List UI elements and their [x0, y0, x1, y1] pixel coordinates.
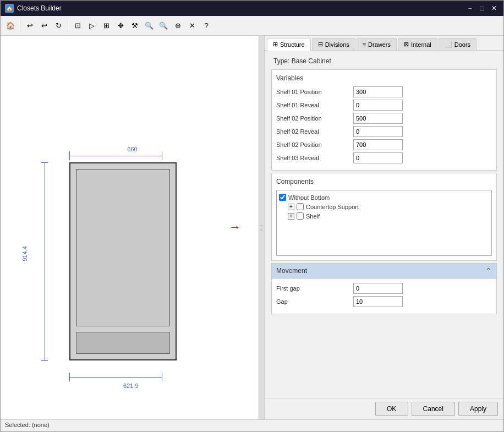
toolbar-undo2[interactable]: ↩ [37, 19, 51, 32]
toolbar-help[interactable]: ? [200, 19, 213, 32]
field-row-shelf02-rev: Shelf 02 Reveal [276, 126, 492, 137]
countertop-expand[interactable]: + [288, 204, 294, 210]
countertop-label: Countertop Support [306, 204, 359, 210]
movement-body: First gap Gap [272, 278, 496, 314]
shelf03-rev-label: Shelf 03 Reveal [276, 155, 353, 161]
field-row-shelf03-rev: Shelf 03 Reveal [276, 152, 492, 163]
dim-left-bottom-tick [41, 360, 48, 361]
toolbar-new[interactable]: 🏠 [4, 19, 17, 32]
first-gap-label: First gap [276, 285, 353, 292]
gap-label: Gap [276, 298, 353, 305]
shelf01-rev-label: Shelf 01 Reveal [276, 102, 353, 108]
toolbar-sep-2 [68, 20, 68, 31]
doors-tab-label: Doors [454, 41, 470, 48]
tree-item-without-bottom: Without Bottom [279, 193, 489, 202]
dim-top-line [69, 156, 162, 156]
arrow-shaft: → [229, 220, 241, 234]
components-list: Without Bottom + Countertop Support + [276, 190, 492, 256]
movement-first-gap-row: First gap [276, 283, 492, 294]
structure-tab-icon: ⊞ [273, 41, 278, 48]
tab-divisions[interactable]: ⊟ Divisions [312, 38, 355, 50]
canvas-drawing: 660 914.4 621.9 [1, 36, 264, 419]
tab-structure[interactable]: ⊞ Structure [267, 38, 311, 51]
tab-doors[interactable]: ⬜ Doors [439, 38, 476, 50]
titlebar-left: 🏠 Closets Builder [5, 4, 62, 13]
structure-tab-label: Structure [280, 41, 305, 48]
toolbar-cancel[interactable]: ✕ [185, 19, 199, 32]
toolbar-tool[interactable]: ⚒ [128, 19, 141, 32]
toolbar-zoom-in[interactable]: 🔍 [143, 19, 156, 32]
movement-header[interactable]: Movement ⌃ [272, 264, 496, 278]
cancel-button[interactable]: Cancel [412, 402, 455, 416]
without-bottom-label: Without Bottom [288, 194, 330, 201]
tree-item-shelf: + Shelf [279, 211, 489, 221]
right-panel: ⊞ Structure ⊟ Divisions ≡ Drawers ⊠ Inte… [265, 36, 503, 419]
minimize-button[interactable]: − [465, 3, 475, 13]
apply-button[interactable]: Apply [458, 402, 498, 416]
variables-title: Variables [276, 74, 492, 82]
countertop-checkbox[interactable] [297, 203, 304, 210]
app-icon: 🏠 [5, 4, 14, 13]
shelf02-rev-label: Shelf 02 Reveal [276, 128, 353, 135]
dim-bottom-line [69, 377, 162, 378]
titlebar-controls: − □ ✕ [465, 3, 499, 13]
canvas-area: ⋮⋮ 660 914.4 [1, 36, 265, 419]
toolbar-undo[interactable]: ↩ [23, 19, 36, 32]
components-section: Components Without Bottom + Countertop S… [271, 173, 497, 261]
movement-collapse-icon: ⌃ [485, 266, 492, 275]
movement-gap-row: Gap [276, 296, 492, 307]
dim-top-right-tick [162, 151, 162, 160]
arrow-indicator: → [229, 220, 241, 234]
dim-bottom-right-tick [162, 373, 162, 381]
maximize-button[interactable]: □ [477, 3, 487, 13]
toolbar-play[interactable]: ▷ [85, 19, 98, 32]
type-label: Type: Base Cabinet [269, 55, 499, 67]
tab-bar: ⊞ Structure ⊟ Divisions ≡ Drawers ⊠ Inte… [265, 36, 503, 51]
toolbar-select[interactable]: ⊡ [71, 19, 84, 32]
panel-content: Type: Base Cabinet Variables Shelf 01 Po… [265, 51, 503, 398]
dim-top-left-tick [69, 151, 70, 160]
dim-left-line [45, 162, 45, 360]
dim-top-label: 660 [127, 146, 137, 152]
tree-item-countertop: + Countertop Support [279, 202, 489, 211]
dim-bottom-left-tick [69, 373, 70, 381]
shelf02-pos-input[interactable] [353, 113, 403, 124]
toolbar: 🏠 ↩ ↩ ↻ ⊡ ▷ ⊞ ✥ ⚒ 🔍 🔍 ⊕ ✕ ? [1, 16, 503, 36]
shelf02-pos2-label: Shelf 02 Position [276, 141, 353, 148]
shelf02-pos2-input[interactable] [353, 139, 403, 150]
toolbar-zoom-out[interactable]: 🔍 [157, 19, 170, 32]
shelf02-rev-input[interactable] [353, 126, 403, 137]
movement-section: Movement ⌃ First gap Gap [271, 263, 497, 314]
bottom-bar: OK Cancel Apply [265, 398, 503, 419]
variables-section: Variables Shelf 01 Position Shelf 01 Rev… [271, 69, 497, 171]
tab-internal[interactable]: ⊠ Internal [398, 38, 437, 50]
main-content: ⋮⋮ 660 914.4 [1, 36, 503, 419]
gap-input[interactable] [353, 296, 403, 307]
toolbar-sep-1 [20, 20, 20, 31]
components-title: Components [276, 178, 492, 185]
internal-tab-icon: ⊠ [404, 41, 409, 48]
shelf-label: Shelf [306, 213, 320, 220]
shelf03-rev-input[interactable] [353, 152, 403, 163]
toolbar-move[interactable]: ✥ [114, 19, 127, 32]
dim-side-label: 914.4 [21, 246, 28, 261]
toolbar-redo[interactable]: ↻ [52, 19, 65, 32]
without-bottom-checkbox[interactable] [279, 194, 286, 201]
ok-button[interactable]: OK [375, 402, 408, 416]
cabinet-inner-panel [76, 169, 170, 326]
shelf-expand[interactable]: + [288, 213, 294, 220]
shelf01-rev-input[interactable] [353, 100, 403, 111]
first-gap-input[interactable] [353, 283, 403, 294]
shelf-checkbox[interactable] [297, 212, 304, 220]
tab-drawers[interactable]: ≡ Drawers [357, 38, 397, 50]
toolbar-grid[interactable]: ⊞ [100, 19, 113, 32]
titlebar: 🏠 Closets Builder − □ ✕ [1, 1, 503, 16]
shelf02-pos-label: Shelf 02 Position [276, 115, 353, 122]
doors-tab-icon: ⬜ [445, 41, 452, 48]
toolbar-fit[interactable]: ⊕ [171, 19, 184, 32]
field-row-shelf02-pos: Shelf 02 Position [276, 113, 492, 124]
cabinet-bottom-area [76, 332, 170, 354]
shelf01-pos-input[interactable] [353, 86, 403, 97]
close-button[interactable]: ✕ [489, 3, 499, 13]
dim-bottom-label: 621.9 [123, 382, 139, 389]
